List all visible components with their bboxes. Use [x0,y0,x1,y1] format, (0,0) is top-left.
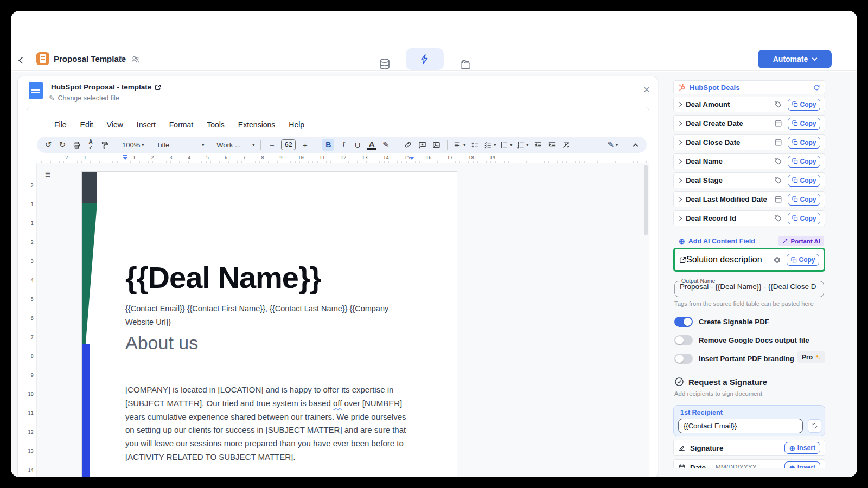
expand-chevron-icon[interactable] [678,216,682,220]
close-icon[interactable]: × [643,84,650,95]
text-color-button[interactable]: A [367,140,376,150]
font-size-input[interactable]: 62 [281,139,296,150]
checklist-button[interactable]: ▾ [484,139,496,151]
collapse-toolbar-button[interactable] [630,139,640,151]
external-link-icon[interactable] [679,256,686,264]
zoom-select[interactable]: 100%▾ [122,139,144,151]
expand-chevron-icon[interactable] [678,178,682,182]
highlight-color-icon[interactable]: ✎ [381,139,391,151]
menu-view[interactable]: View [107,120,123,129]
add-comment-icon[interactable] [417,139,427,151]
date-format-value[interactable]: MM/DD/YYYY [716,464,757,468]
output-folder-tab-icon[interactable] [459,59,471,70]
data-source-tab-icon[interactable] [379,58,391,70]
template-blue-shape [82,344,90,477]
output-name-value[interactable]: Proposal - {{Deal Name}} - {{Deal Close … [675,282,824,291]
expand-chevron-icon[interactable] [678,159,682,163]
tag-icon [811,422,818,429]
docs-scrollbar-thumb[interactable] [644,165,648,235]
decrease-indent-icon[interactable] [533,139,542,151]
first-line-indent-marker[interactable] [123,155,127,156]
portant-ai-badge[interactable]: Portant AI [778,236,824,246]
recipient-card: 1st Recipient [673,405,825,436]
copy-button[interactable]: Copy [788,99,820,111]
insert-tag-button[interactable] [808,419,821,433]
expand-chevron-icon[interactable] [678,197,682,201]
recipient-email-input[interactable] [678,419,803,433]
workflow-tab-active[interactable] [406,48,444,70]
field-row[interactable]: Deal Close Date Copy [673,134,825,150]
paint-format-icon[interactable] [100,139,110,151]
editing-mode-button[interactable]: ✎▾ [607,139,618,151]
menu-help[interactable]: Help [289,120,304,129]
expand-chevron-icon[interactable] [678,140,682,144]
field-row[interactable]: Deal Name Copy [673,153,825,169]
font-select[interactable]: Work ...▾ [216,139,254,151]
document-outline-icon[interactable]: ≡ [45,170,50,181]
field-row[interactable]: Deal Create Date Copy [673,115,825,131]
line-spacing-icon[interactable] [470,139,480,151]
field-row[interactable]: Deal Amount Copy [673,97,825,112]
menu-format[interactable]: Format [169,120,193,129]
chevron-down-icon: ▾ [463,143,465,147]
right-indent-marker[interactable] [409,157,414,160]
remove-gdocs-output-toggle[interactable] [674,335,693,345]
hubspot-deals-link[interactable]: HubSpot Deals [690,84,739,92]
increase-font-icon[interactable]: + [300,139,310,151]
left-indent-marker[interactable] [123,157,128,160]
menu-edit[interactable]: Edit [80,120,93,129]
redo-icon[interactable]: ↻ [58,139,67,151]
linked-file-title[interactable]: HubSpot Proposal - template [51,83,161,91]
copy-button[interactable]: Copy [788,213,820,224]
rename-pencil-icon[interactable]: ✎ [118,54,125,63]
automate-button[interactable]: Automate [758,50,832,68]
bulleted-list-button[interactable]: ▾ [500,139,512,151]
back-button[interactable] [20,55,24,65]
insert-branding-toggle[interactable] [674,354,693,364]
field-row[interactable]: Deal Last Modified Date Copy [673,191,825,207]
increase-indent-icon[interactable] [547,139,557,151]
add-ai-content-field[interactable]: ⊕ Add AI Content Field [679,237,755,246]
align-button[interactable]: ▾ [454,139,465,151]
main-area: HubSpot Proposal - template ✎ Change sel… [11,72,857,477]
copy-button[interactable]: Copy [788,137,820,149]
app-window: Proposal Template ✎ Automate HubSpot Pro… [11,11,857,477]
template-dark-shape [82,172,97,203]
paragraph-style-select[interactable]: Title▾ [156,139,204,151]
italic-button[interactable]: I [339,139,348,151]
field-row[interactable]: Deal Record Id Copy [673,210,825,226]
insert-signature-button[interactable]: ⊕Insert [784,442,820,454]
create-signable-pdf-toggle[interactable] [674,317,693,327]
ai-field-row[interactable]: Solution description Copy [676,251,822,269]
insert-date-button[interactable]: ⊕Insert [784,461,820,468]
output-name-field[interactable]: Output Name Proposal - {{Deal Name}} - {… [674,278,824,297]
underline-button[interactable]: U [353,139,362,151]
copy-button[interactable]: Copy [788,175,820,187]
menu-file[interactable]: File [54,120,67,129]
external-link-icon [155,84,161,91]
menu-extensions[interactable]: Extensions [238,120,275,129]
bold-button-active[interactable]: B [322,139,334,151]
copy-button[interactable]: Copy [788,156,820,168]
refresh-icon[interactable] [813,84,820,91]
decrease-font-icon[interactable]: − [267,139,277,151]
team-share-icon[interactable] [131,55,140,64]
copy-button[interactable]: Copy [788,194,820,206]
undo-icon[interactable]: ↺ [43,139,53,151]
print-icon[interactable] [72,139,81,151]
menu-insert[interactable]: Insert [137,120,156,129]
change-selected-file[interactable]: ✎ Change selected file [49,94,119,102]
document-page[interactable]: {{Deal Name}} {{Contact Email}} {{Contac… [81,171,457,477]
spellcheck-icon[interactable]: A✓ [86,139,95,151]
copy-button[interactable]: Copy [787,254,819,266]
signature-row: Signature ⊕Insert [673,440,825,456]
insert-image-icon[interactable] [431,139,441,151]
expand-chevron-icon[interactable] [678,121,682,125]
insert-link-icon[interactable] [403,139,413,151]
field-row[interactable]: Deal Stage Copy [673,172,825,188]
numbered-list-button[interactable]: ▾ [516,139,528,151]
expand-chevron-icon[interactable] [678,102,682,106]
copy-button[interactable]: Copy [788,118,820,130]
clear-formatting-icon[interactable] [561,139,571,151]
menu-tools[interactable]: Tools [207,120,225,129]
